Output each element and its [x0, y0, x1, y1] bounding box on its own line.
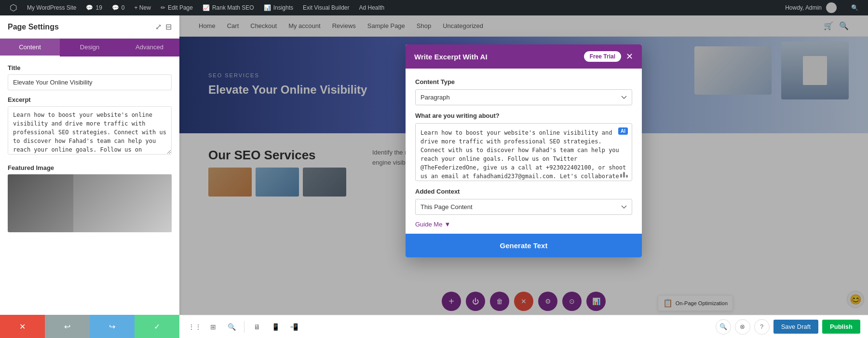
undo-icon: ↩: [64, 322, 70, 331]
comment-zero-icon: 💬: [112, 4, 119, 11]
chevron-down-icon: ▼: [444, 221, 450, 228]
bottom-toolbar: ⋮⋮ ⊞ 🔍 🖥 📱 📲 🔍 ⊗ ? Save Draft Publish: [179, 315, 868, 338]
admin-rank-math[interactable]: 📈 Rank Math SEO: [198, 0, 259, 15]
tab-advanced[interactable]: Advanced: [120, 39, 179, 56]
excerpt-textarea[interactable]: Learn how to boost your website's online…: [8, 106, 172, 155]
sidebar-title: Page Settings: [8, 23, 59, 31]
what-writing-label: What are you writing about?: [415, 112, 632, 119]
toolbar-search-icon[interactable]: 🔍: [224, 319, 239, 335]
sidebar-content: Title Excerpt Learn how to boost your we…: [0, 56, 179, 315]
comment-icon: 💬: [86, 4, 93, 11]
modal-dots: [620, 172, 628, 178]
admin-search[interactable]: 🔍: [846, 4, 863, 11]
page-content: Home Cart Checkout My account Reviews Sa…: [179, 15, 868, 338]
admin-ad-health[interactable]: Ad Health: [354, 0, 389, 15]
title-field: Title: [8, 64, 172, 90]
free-trial-badge[interactable]: Free Trial: [584, 51, 621, 62]
guide-me-link[interactable]: Guide Me ▼: [415, 221, 450, 228]
toolbar-desktop-icon[interactable]: 🖥: [249, 319, 265, 335]
sidebar-header: Page Settings ⤢ ⊟: [0, 15, 179, 39]
toolbar-layout-group: ⋮⋮ ⊞ 🔍 🖥 📱 📲: [187, 319, 301, 335]
tab-content[interactable]: Content: [0, 39, 60, 56]
toolbar-grid-icon[interactable]: ⋮⋮: [187, 319, 203, 335]
title-label: Title: [8, 64, 172, 71]
admin-comments-zero[interactable]: 💬 0: [107, 0, 130, 15]
toolbar-mobile-icon[interactable]: 📲: [286, 319, 301, 335]
admin-insights[interactable]: 📊 Insights: [259, 0, 298, 15]
added-context-label: Added Context: [415, 188, 632, 195]
toolbar-separator-1: [244, 321, 244, 333]
context-select[interactable]: This Page Content: [415, 199, 632, 215]
toolbar-circle-layers[interactable]: ⊗: [735, 319, 750, 335]
wp-logo[interactable]: ⬡: [5, 0, 22, 15]
toolbar-tablet-icon[interactable]: 📱: [268, 319, 283, 335]
featured-image-section: Featured Image: [8, 164, 172, 232]
search-icon: 🔍: [851, 4, 858, 11]
insights-icon: 📊: [264, 4, 271, 11]
admin-avatar: [826, 2, 837, 13]
modal-close-button[interactable]: ✕: [626, 52, 633, 61]
modal-overlay: Write Excerpt With AI Free Trial ✕ Conte…: [179, 15, 868, 315]
title-input[interactable]: [8, 74, 172, 90]
save-draft-button[interactable]: Save Draft: [773, 320, 818, 334]
modal-body: Content Type Paragraph What are you writ…: [406, 69, 642, 234]
admin-site-name[interactable]: My WordPress Site: [22, 0, 81, 15]
main-container: Page Settings ⤢ ⊟ Content Design Advance…: [0, 15, 868, 338]
content-type-select[interactable]: Paragraph: [415, 89, 632, 105]
content-type-label: Content Type: [415, 78, 632, 85]
redo-icon: ↪: [109, 322, 115, 331]
ai-modal: Write Excerpt With AI Free Trial ✕ Conte…: [406, 44, 642, 257]
admin-new[interactable]: + New: [130, 0, 156, 15]
admin-bar-right: Howdy, Admin 🔍: [780, 2, 863, 13]
ai-badge: AI: [618, 127, 628, 135]
edit-icon: ✏: [161, 4, 165, 11]
modal-title: Write Excerpt With AI: [414, 53, 488, 61]
admin-howdy[interactable]: Howdy, Admin: [780, 2, 841, 13]
sidebar: Page Settings ⤢ ⊟ Content Design Advance…: [0, 15, 179, 338]
admin-exit-builder[interactable]: Exit Visual Builder: [298, 0, 354, 15]
sidebar-layout-icon[interactable]: ⊟: [165, 22, 172, 31]
cancel-button[interactable]: ✕: [0, 315, 45, 338]
featured-image-thumb[interactable]: [8, 174, 172, 232]
excerpt-label: Excerpt: [8, 96, 172, 103]
modal-header: Write Excerpt With AI Free Trial ✕: [406, 44, 642, 69]
admin-bar: ⬡ My WordPress Site 💬 19 💬 0 + New ✏ Edi…: [0, 0, 868, 15]
modal-header-right: Free Trial ✕: [584, 51, 633, 62]
sidebar-header-icons: ⤢ ⊟: [155, 22, 172, 31]
redo-button[interactable]: ↪: [90, 315, 135, 338]
modal-textarea[interactable]: Learn how to boost your website's online…: [416, 124, 632, 181]
toolbar-circle-search[interactable]: 🔍: [716, 319, 731, 335]
featured-image-label: Featured Image: [8, 164, 172, 171]
sidebar-tabs: Content Design Advanced: [0, 39, 179, 56]
generate-text-button[interactable]: Generate Text: [406, 234, 642, 257]
sidebar-expand-icon[interactable]: ⤢: [155, 22, 162, 31]
undo-button[interactable]: ↩: [45, 315, 90, 338]
admin-edit-page[interactable]: ✏ Edit Page: [156, 0, 198, 15]
toolbar-columns-icon[interactable]: ⊞: [205, 319, 221, 335]
toolbar-right: 🔍 ⊗ ? Save Draft Publish: [716, 319, 860, 335]
cancel-icon: ✕: [19, 322, 26, 331]
rank-math-icon: 📈: [203, 4, 210, 11]
sidebar-actions: ✕ ↩ ↪ ✓: [0, 315, 179, 338]
modal-textarea-wrapper: Learn how to boost your website's online…: [415, 123, 632, 181]
admin-comments[interactable]: 💬 19: [81, 0, 107, 15]
publish-button[interactable]: Publish: [822, 320, 860, 334]
tab-design[interactable]: Design: [60, 39, 120, 56]
confirm-button[interactable]: ✓: [135, 315, 179, 338]
excerpt-field: Excerpt Learn how to boost your website'…: [8, 96, 172, 156]
confirm-icon: ✓: [154, 322, 160, 331]
toolbar-circle-help[interactable]: ?: [754, 319, 770, 335]
